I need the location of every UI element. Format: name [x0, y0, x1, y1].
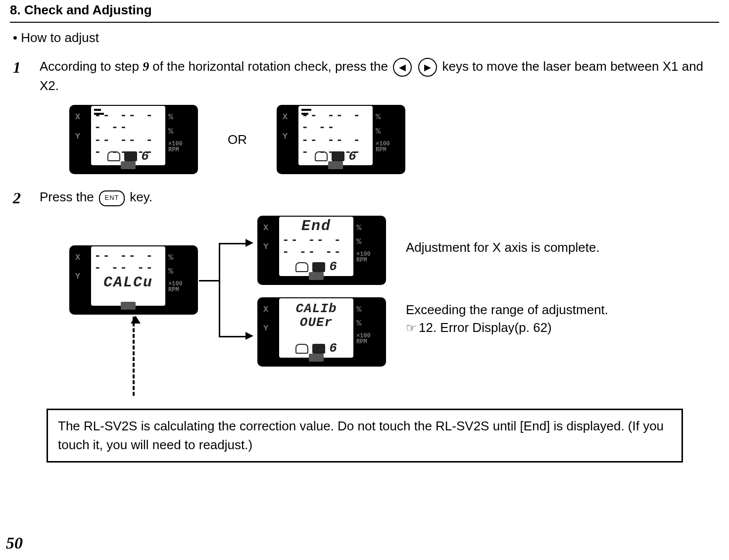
lcd-y-label: Y — [75, 271, 88, 282]
section-title: 8. Check and Adjusting — [10, 0, 719, 19]
lcd-step1-b: X Y -- -- -- -- -- -- -- -- -- 6 % — [277, 105, 405, 174]
flow-line — [199, 280, 219, 281]
annotation-exceed: Exceeding the range of adjustment. ☞12. … — [406, 301, 608, 337]
lcd-pct1: % — [168, 252, 173, 263]
battery-icon — [328, 161, 343, 169]
lcd-pct1: % — [356, 304, 361, 315]
lcd-over-digit: 6 — [329, 340, 337, 357]
arrow-head-icon — [245, 332, 253, 340]
dashed-arrow — [133, 317, 135, 396]
step1-nine: 9 — [143, 59, 149, 74]
flow-line — [219, 243, 220, 337]
mask-icon — [295, 262, 308, 272]
step-1-text: According to step 9 of the horizontal ro… — [40, 57, 719, 95]
lcd-end-line2: -- -- -- -- -- — [282, 234, 350, 258]
lcd-pct2: % — [168, 126, 173, 137]
ent-label: ENT — [105, 193, 119, 203]
lcd-over-line2: OUEr — [300, 316, 333, 329]
step-2-number: 2 — [13, 188, 40, 209]
lcd-x-label: X — [75, 112, 88, 123]
section-divider — [10, 22, 719, 23]
lcd-y-label: Y — [75, 131, 88, 142]
step1-prefix: According to step — [40, 59, 143, 74]
step1-mid: of the horizontal rotation check, press … — [149, 59, 391, 74]
lcd-step1-a: X Y -- -- -- -- -- -- -- -- -- 6 % — [69, 105, 198, 174]
lcd-b-digit: 6 — [348, 148, 356, 165]
lcd-a-line1: -- -- -- -- — [94, 110, 162, 134]
lcd-pct2: % — [376, 126, 381, 137]
lcd-x-label: X — [263, 223, 276, 233]
step-2-text: Press the ENT key. — [40, 188, 152, 207]
lcd-end-digit: 6 — [329, 259, 337, 276]
lcd-y-label: Y — [263, 323, 276, 334]
lcd-rpm2: RPM — [168, 146, 179, 153]
lcd-calib-over: X Y CALIb OUEr 6 % % ×100RPM — [257, 297, 386, 367]
flow-line — [219, 336, 246, 337]
lcd-pct2: % — [356, 236, 361, 247]
battery-icon — [309, 272, 324, 280]
lcd-pct1: % — [356, 223, 361, 233]
step2-suffix: key. — [130, 189, 152, 204]
mode-icon — [312, 344, 325, 354]
step2-prefix: Press the — [40, 189, 97, 204]
or-label: OR — [228, 132, 247, 148]
arrow-head-icon — [245, 239, 253, 247]
lcd-rpm2: RPM — [356, 257, 367, 264]
lcd-end: X Y End -- -- -- -- -- 6 % % ×100RPM — [257, 216, 386, 285]
lcd-calc-line1: -- -- -- -- -- — [94, 250, 162, 274]
lcd-b-line1: -- -- -- -- — [301, 110, 370, 134]
mask-icon — [295, 344, 308, 354]
mode-icon — [124, 151, 137, 161]
pointing-hand-icon: ☞ — [406, 321, 417, 334]
mode-icon — [312, 262, 325, 272]
annotation-exceed-ref: 12. Error Display(p. 62) — [419, 320, 552, 335]
step-1-number: 1 — [13, 57, 40, 78]
note-text: The RL-SV2S is calculating the correctio… — [58, 419, 664, 452]
lcd-pct2: % — [168, 266, 173, 277]
right-arrow-icon: ▶ — [424, 61, 431, 74]
flow-line — [219, 243, 246, 244]
lcd-x-label: X — [75, 252, 88, 263]
lcd-y-label: Y — [263, 241, 276, 252]
lcd-end-line1: End — [301, 219, 331, 233]
lcd-a-digit: 6 — [141, 148, 149, 165]
lcd-rpm2: RPM — [376, 146, 387, 153]
left-arrow-button[interactable]: ◀ — [393, 58, 412, 77]
annotation-complete: Adjustment for X axis is complete. — [406, 239, 600, 256]
battery-icon — [121, 302, 136, 310]
how-to-adjust-bullet: • How to adjust — [13, 30, 719, 47]
lcd-pct2: % — [356, 318, 361, 329]
arrow-head-icon — [131, 316, 141, 324]
battery-icon — [121, 161, 136, 169]
step2-diagram: X Y -- -- -- -- -- CALCu % % ×100RPM X Y… — [69, 216, 719, 394]
page-number: 50 — [6, 532, 23, 554]
lcd-x-label: X — [283, 112, 295, 123]
lcd-rpm2: RPM — [356, 338, 367, 345]
lcd-pct1: % — [168, 112, 173, 123]
ent-button[interactable]: ENT — [99, 190, 125, 206]
mode-icon — [332, 151, 344, 161]
step-2: 2 Press the ENT key. — [13, 188, 719, 209]
annotation-exceed-line1: Exceeding the range of adjustment. — [406, 301, 608, 319]
lcd-x-label: X — [263, 304, 276, 315]
lcd-calc-line2: CALCu — [103, 275, 153, 290]
step-1: 1 According to step 9 of the horizontal … — [13, 57, 719, 95]
lcd-over-line1: CALIb — [295, 302, 337, 315]
mask-icon — [107, 151, 120, 161]
note-box: The RL-SV2S is calculating the correctio… — [47, 409, 683, 463]
step1-lcd-row: X Y -- -- -- -- -- -- -- -- -- 6 % — [69, 105, 719, 174]
left-arrow-icon: ◀ — [399, 61, 406, 74]
battery-icon — [309, 354, 324, 362]
lcd-calcu: X Y -- -- -- -- -- CALCu % % ×100RPM — [69, 245, 198, 315]
lcd-y-label: Y — [283, 131, 295, 142]
lcd-rpm2: RPM — [168, 286, 179, 293]
right-arrow-button[interactable]: ▶ — [418, 58, 437, 77]
lcd-pct1: % — [376, 112, 381, 123]
mask-icon — [315, 151, 328, 161]
